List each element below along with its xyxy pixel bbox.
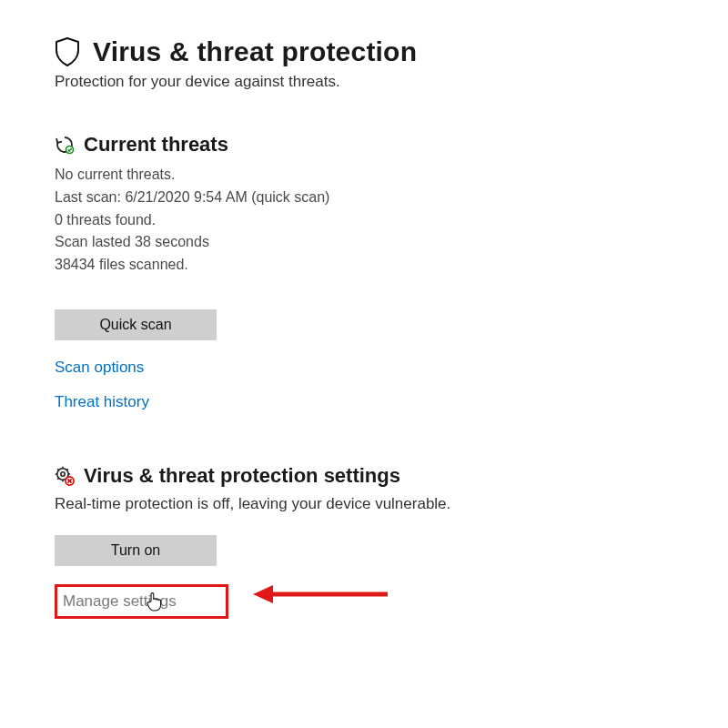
- manage-settings-link[interactable]: Manage settings: [63, 592, 177, 611]
- scan-duration-info: Scan lasted 38 seconds: [55, 231, 673, 254]
- realtime-off-warning: Real-time protection is off, leaving you…: [55, 495, 673, 513]
- settings-section-title: Virus & threat protection settings: [84, 464, 400, 488]
- clock-refresh-icon: [55, 135, 75, 155]
- threats-found-info: 0 threats found.: [55, 209, 673, 232]
- gear-alert-icon: [55, 466, 75, 486]
- svg-line-7: [57, 469, 58, 470]
- shield-icon: [55, 37, 80, 66]
- scan-options-link[interactable]: Scan options: [55, 359, 144, 377]
- svg-line-10: [66, 469, 67, 470]
- threat-history-link[interactable]: Threat history: [55, 393, 149, 411]
- page-subtitle: Protection for your device against threa…: [55, 73, 673, 91]
- current-threats-title: Current threats: [84, 133, 228, 157]
- quick-scan-button[interactable]: Quick scan: [55, 309, 217, 340]
- page-title: Virus & threat protection: [93, 36, 417, 67]
- files-scanned-info: 38434 files scanned.: [55, 254, 673, 277]
- turn-on-button[interactable]: Turn on: [55, 535, 217, 566]
- highlight-annotation: Manage settings: [55, 584, 228, 619]
- svg-marker-15: [253, 585, 273, 603]
- status-no-threats: No current threats.: [55, 164, 673, 187]
- last-scan-info: Last scan: 6/21/2020 9:54 AM (quick scan…: [55, 187, 673, 209]
- arrow-annotation-icon: [253, 581, 389, 612]
- svg-line-9: [57, 478, 58, 479]
- svg-point-2: [61, 472, 65, 476]
